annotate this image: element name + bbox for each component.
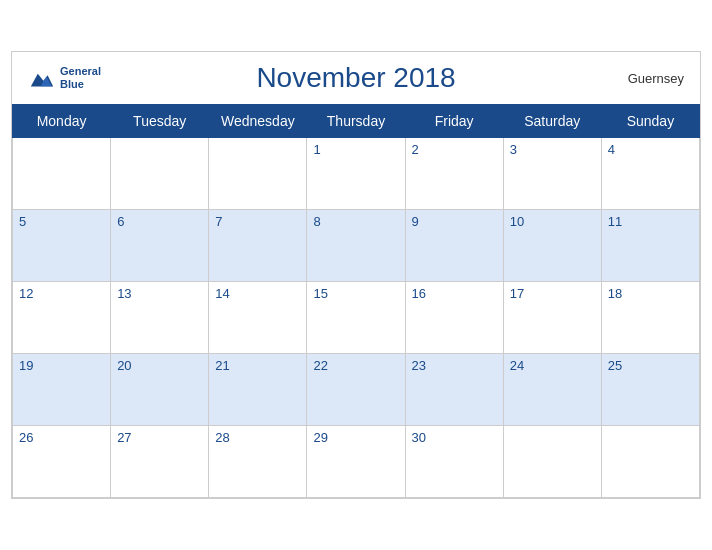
calendar-cell: 28 [209,426,307,498]
month-title: November 2018 [256,62,455,94]
week-row-5: 2627282930 [13,426,700,498]
calendar-cell: 10 [503,210,601,282]
calendar-container: General Blue November 2018 Guernsey Mond… [11,51,701,499]
week-row-4: 19202122232425 [13,354,700,426]
calendar-cell [209,138,307,210]
logo-text: General Blue [60,65,101,91]
calendar-grid: MondayTuesdayWednesdayThursdayFridaySatu… [12,104,700,498]
calendar-cell: 27 [111,426,209,498]
calendar-cell: 7 [209,210,307,282]
weekday-header-monday: Monday [13,105,111,138]
calendar-cell: 30 [405,426,503,498]
calendar-cell: 2 [405,138,503,210]
calendar-cell: 11 [601,210,699,282]
calendar-cell: 9 [405,210,503,282]
calendar-cell: 20 [111,354,209,426]
calendar-cell: 1 [307,138,405,210]
calendar-cell: 5 [13,210,111,282]
calendar-cell: 18 [601,282,699,354]
weekday-header-row: MondayTuesdayWednesdayThursdayFridaySatu… [13,105,700,138]
calendar-cell: 24 [503,354,601,426]
region-label: Guernsey [628,71,684,86]
calendar-cell [601,426,699,498]
calendar-cell: 19 [13,354,111,426]
calendar-cell: 13 [111,282,209,354]
calendar-cell [13,138,111,210]
weekday-header-tuesday: Tuesday [111,105,209,138]
calendar-header: General Blue November 2018 Guernsey [12,52,700,104]
weekday-header-sunday: Sunday [601,105,699,138]
calendar-cell: 3 [503,138,601,210]
calendar-cell: 29 [307,426,405,498]
calendar-cell: 17 [503,282,601,354]
general-blue-icon [28,64,56,92]
calendar-cell [111,138,209,210]
weekday-header-friday: Friday [405,105,503,138]
calendar-cell: 4 [601,138,699,210]
calendar-cell: 14 [209,282,307,354]
week-row-3: 12131415161718 [13,282,700,354]
calendar-cell [503,426,601,498]
logo-area: General Blue [28,64,101,92]
weekday-header-thursday: Thursday [307,105,405,138]
calendar-cell: 26 [13,426,111,498]
week-row-2: 567891011 [13,210,700,282]
calendar-cell: 16 [405,282,503,354]
calendar-cell: 12 [13,282,111,354]
calendar-cell: 15 [307,282,405,354]
calendar-cell: 23 [405,354,503,426]
calendar-cell: 6 [111,210,209,282]
calendar-cell: 8 [307,210,405,282]
calendar-cell: 25 [601,354,699,426]
calendar-cell: 22 [307,354,405,426]
calendar-cell: 21 [209,354,307,426]
week-row-1: 1234 [13,138,700,210]
weekday-header-wednesday: Wednesday [209,105,307,138]
svg-rect-0 [28,64,56,92]
weekday-header-saturday: Saturday [503,105,601,138]
